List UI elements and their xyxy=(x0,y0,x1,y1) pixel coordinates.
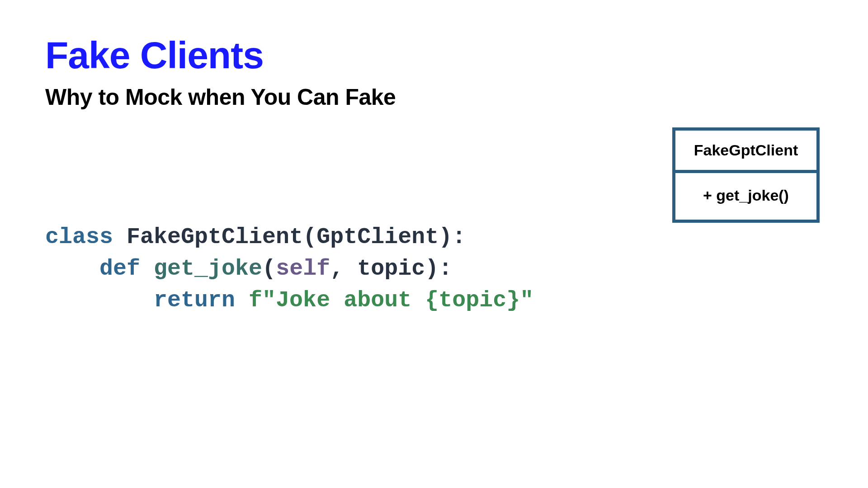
code-param: topic xyxy=(357,256,425,282)
slide-subtitle: Why to Mock when You Can Fake xyxy=(45,84,823,110)
keyword-def: def xyxy=(99,256,140,282)
code-parent-class: GptClient xyxy=(316,224,439,250)
keyword-class: class xyxy=(45,224,113,250)
code-class-name: FakeGptClient xyxy=(127,224,303,250)
code-block: class FakeGptClient(GptClient): def get_… xyxy=(45,221,533,316)
code-fprefix: f xyxy=(249,287,262,313)
code-self: self xyxy=(276,256,330,282)
slide: Fake Clients Why to Mock when You Can Fa… xyxy=(0,0,868,488)
uml-class-box: FakeGptClient + get_joke() xyxy=(672,127,820,223)
code-fn-name: get_joke xyxy=(154,256,262,282)
uml-class-name: FakeGptClient xyxy=(675,131,816,173)
uml-method: + get_joke() xyxy=(675,173,816,220)
slide-title: Fake Clients xyxy=(45,36,823,74)
code-string: "Joke about {topic}" xyxy=(262,287,533,313)
keyword-return: return xyxy=(154,287,235,313)
